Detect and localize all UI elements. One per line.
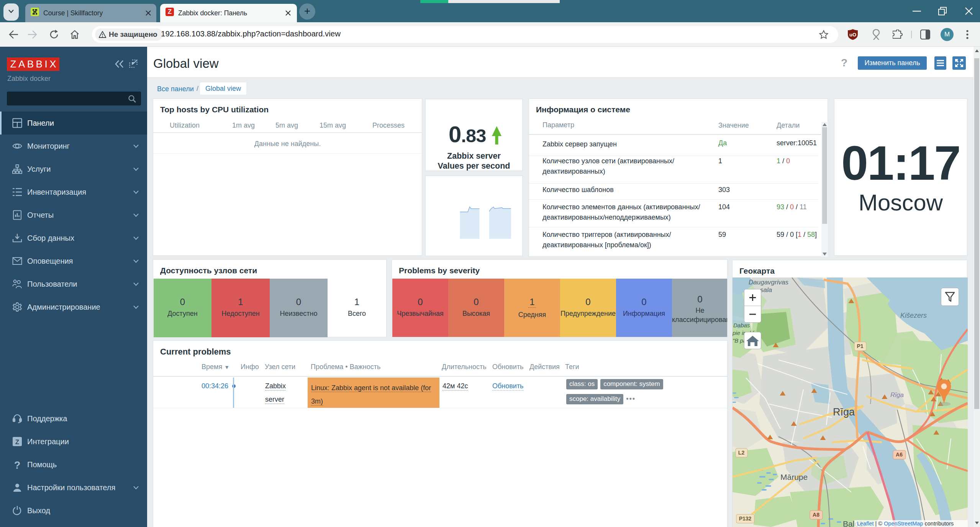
svg-text:sala: sala — [760, 286, 772, 294]
svg-text:A6: A6 — [896, 451, 903, 458]
svg-text:Z: Z — [15, 438, 19, 446]
svg-text:uO: uO — [849, 32, 856, 38]
svg-text:L2: L2 — [738, 450, 745, 456]
svg-text:P1: P1 — [857, 343, 863, 349]
svg-text:Rīga: Rīga — [833, 406, 855, 418]
svg-text:Leaflet | © OpenStreetMap cont: Leaflet | © OpenStreetMap contributors — [857, 520, 954, 527]
svg-text:Kišezers: Kišezers — [900, 312, 927, 319]
svg-text:Dabas: Dabas — [733, 322, 750, 328]
svg-text:Rīga: Rīga — [890, 391, 904, 399]
svg-text:A8: A8 — [813, 512, 819, 518]
svg-text:Mārupe: Mārupe — [780, 473, 808, 481]
svg-text:Daugavgrivas: Daugavgrivas — [749, 279, 788, 286]
svg-text:P132: P132 — [739, 516, 752, 522]
